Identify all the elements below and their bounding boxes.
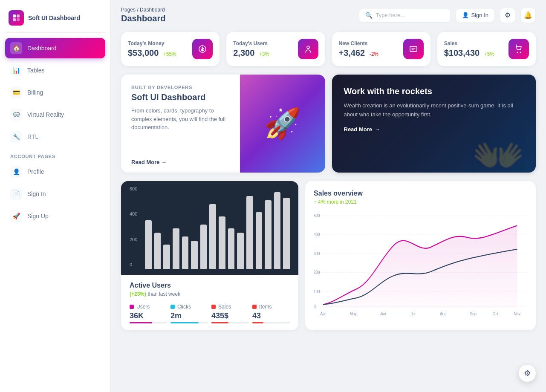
bar-chart-bars xyxy=(145,188,290,269)
svg-text:Oct: Oct xyxy=(493,311,499,316)
dark-card-title: Work with the rockets xyxy=(344,86,524,96)
svg-point-8 xyxy=(520,52,521,53)
chart-stat-bar-fill xyxy=(252,322,263,323)
svg-text:200: 200 xyxy=(314,270,320,275)
sidebar-item-tables[interactable]: 📊 Tables xyxy=(5,60,105,81)
chart-stat-value: 36K xyxy=(130,311,167,320)
line-area-1 xyxy=(323,225,517,308)
bar xyxy=(182,236,189,269)
bar xyxy=(191,241,198,269)
stat-dot xyxy=(170,305,175,309)
sidebar-item-sign-in[interactable]: 📄 Sign In xyxy=(5,184,105,204)
bar-chart-card: 600 400 200 0 Active Users (+23%) than l… xyxy=(121,181,298,330)
sign-in-label: Sign In xyxy=(471,12,488,18)
settings-fab[interactable]: ⚙ xyxy=(519,365,536,382)
chart-stat-label: Clicks xyxy=(170,304,208,310)
stat-change: +55% xyxy=(163,51,176,57)
stat-icon-users xyxy=(298,39,318,59)
svg-point-5 xyxy=(307,46,309,49)
line-chart-meta: ↑ 4% more in 2021 xyxy=(314,199,527,205)
stat-change: -2% xyxy=(370,51,378,57)
middle-cards: Built by developers Soft UI Dashboard Fr… xyxy=(121,75,536,173)
stat-dot xyxy=(211,305,216,309)
breadcrumb: Pages / Dashboard xyxy=(121,7,165,13)
bar-chart-title: Active Users xyxy=(130,282,290,289)
sidebar-item-rtl[interactable]: 🔧 RTL xyxy=(5,127,105,147)
sidebar-logo: Soft UI Dashboard xyxy=(5,7,105,33)
svg-text:Sep: Sep xyxy=(470,311,477,316)
y-label: 0 xyxy=(130,262,137,267)
bar xyxy=(228,228,235,269)
bar xyxy=(283,198,290,269)
logo-icon xyxy=(9,10,24,26)
stat-cards: Today's Money $53,000 +55% Today's Users… xyxy=(121,32,536,66)
sign-in-icon: 📄 xyxy=(10,188,22,200)
breadcrumb-pages: Pages xyxy=(121,7,136,13)
promo-read-more[interactable]: Read More → xyxy=(131,159,167,165)
settings-fab-icon: ⚙ xyxy=(524,369,531,378)
chart-stat-label: Sales xyxy=(211,304,249,310)
rtl-icon: 🔧 xyxy=(10,131,22,143)
billing-icon: 💳 xyxy=(10,86,22,98)
main-content: Pages / Dashboard Dashboard 🔍 👤 Sign In … xyxy=(111,0,546,392)
bell-icon: 🔔 xyxy=(524,11,532,19)
dark-card: Work with the rockets Wealth creation is… xyxy=(332,75,536,173)
sidebar-item-sign-up[interactable]: 🚀 Sign Up xyxy=(5,206,105,226)
search-input[interactable] xyxy=(376,12,444,18)
chart-stat-item: Users 36K xyxy=(130,304,167,323)
rocket-icon: 🚀 xyxy=(264,106,301,141)
stat-dot xyxy=(252,305,257,309)
bar xyxy=(256,212,263,269)
tables-icon: 📊 xyxy=(10,64,22,76)
promo-card: Built by developers Soft UI Dashboard Fr… xyxy=(121,75,325,173)
stat-card-sales: Sales $103,430 +5% xyxy=(437,32,536,66)
svg-text:Apr: Apr xyxy=(320,311,326,316)
sign-up-icon: 🚀 xyxy=(10,210,22,222)
chart-stat-bar-fill xyxy=(170,322,199,323)
stat-value: 2,300 xyxy=(233,48,254,58)
sidebar-item-dashboard[interactable]: 🏠 Dashboard xyxy=(5,38,105,58)
stat-value: $103,430 xyxy=(444,48,480,58)
sidebar-item-label: Virtual Reality xyxy=(27,111,64,118)
sidebar-item-label: Sign Up xyxy=(27,213,49,219)
settings-button[interactable]: ⚙ xyxy=(500,8,515,23)
svg-text:400: 400 xyxy=(314,232,320,237)
dark-card-decoration: 👐 xyxy=(472,131,536,173)
sidebar: Soft UI Dashboard 🏠 Dashboard 📊 Tables 💳… xyxy=(0,0,111,392)
sidebar-item-profile[interactable]: 👤 Profile xyxy=(5,161,105,182)
promo-subtitle: Built by developers xyxy=(131,85,232,90)
notifications-button[interactable]: 🔔 xyxy=(520,8,536,23)
svg-point-7 xyxy=(517,52,518,53)
line-chart-title: Sales overview xyxy=(314,190,527,197)
y-label: 400 xyxy=(130,211,137,216)
dark-card-description: Wealth creation is an evolutionarily rec… xyxy=(344,101,524,119)
line-chart-svg: 500 400 300 200 100 0 Apr xyxy=(314,212,527,318)
sign-in-button[interactable]: 👤 Sign In xyxy=(456,8,495,22)
search-box[interactable]: 🔍 xyxy=(359,8,451,23)
bottom-section: 600 400 200 0 Active Users (+23%) than l… xyxy=(121,181,536,330)
svg-text:Aug: Aug xyxy=(440,311,446,316)
bar xyxy=(173,228,179,269)
promo-rocket-bg: 🚀 xyxy=(240,75,325,173)
bar-chart-area: 600 400 200 0 xyxy=(121,181,298,275)
chart-stat-item: Clicks 2m xyxy=(170,304,208,323)
svg-rect-2 xyxy=(13,18,16,21)
sidebar-item-virtual-reality[interactable]: 🥽 Virtual Reality xyxy=(5,104,105,125)
stat-card-users: Today's Users 2,300 +3% xyxy=(226,32,325,66)
page-title: Dashboard xyxy=(121,14,165,23)
stat-icon-sales xyxy=(508,39,529,59)
chart-stat-bar-bg xyxy=(170,322,208,323)
y-label: 200 xyxy=(130,237,137,242)
bar xyxy=(145,220,152,269)
chart-stat-value: 2m xyxy=(170,311,208,320)
user-icon: 👤 xyxy=(462,12,469,18)
sidebar-item-label: Billing xyxy=(27,89,43,96)
stat-card-money: Today's Money $53,000 +55% xyxy=(121,32,220,66)
chart-stat-bar-bg xyxy=(130,322,167,323)
sidebar-item-billing[interactable]: 💳 Billing xyxy=(5,82,105,103)
app-name: Soft UI Dashboard xyxy=(28,14,80,21)
header: Pages / Dashboard Dashboard 🔍 👤 Sign In … xyxy=(121,7,536,23)
sidebar-item-label: Profile xyxy=(27,168,44,175)
sidebar-item-label: Sign In xyxy=(27,190,46,197)
breadcrumb-current: Dashboard xyxy=(140,7,165,13)
